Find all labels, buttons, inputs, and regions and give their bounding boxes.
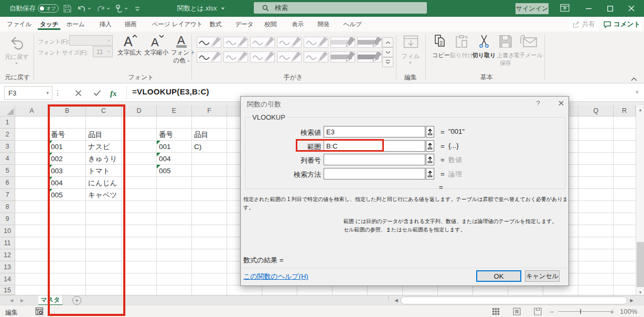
column-header-A[interactable]: A [15, 105, 49, 116]
field-input[interactable]: B:C [324, 140, 425, 152]
row-header-1[interactable]: 1 [0, 117, 15, 129]
autosave-toggle[interactable]: オフ [38, 4, 59, 13]
pen-style-pen-r2c2[interactable] [223, 51, 248, 62]
vertical-scroll-thumb[interactable] [637, 242, 644, 287]
font-color-button[interactable]: A フォント の色 ˅ [171, 34, 192, 65]
scroll-up-arrow[interactable]: ▲ [636, 105, 644, 114]
close-button[interactable] [621, 0, 642, 17]
new-sheet-button[interactable]: + [72, 296, 81, 305]
page-break-view-icon[interactable] [534, 308, 542, 315]
minimize-button[interactable] [578, 0, 599, 17]
touch-mode-icon[interactable] [114, 4, 123, 13]
font-name-combo[interactable]: ˅ [69, 35, 113, 46]
cell-F2[interactable]: 品目 [192, 129, 208, 141]
collapse-dialog-icon[interactable] [426, 168, 434, 179]
function-help-link[interactable]: この関数のヘルプ(H) [243, 272, 308, 281]
pen-style-hl-mid-r2c6[interactable] [330, 51, 355, 62]
zoom-slider-knob[interactable] [580, 309, 581, 314]
pen-gallery-up-button[interactable] [382, 37, 393, 47]
sheet-tab-masta[interactable]: マスタ [38, 295, 63, 305]
column-header-E[interactable]: E [157, 105, 192, 116]
tab-ページ レイアウト[interactable]: ページ レイアウト [152, 17, 202, 31]
tab-ヘルプ[interactable]: ヘルプ [344, 17, 362, 31]
cell-C7[interactable]: キャベツ [86, 189, 117, 201]
sheet-nav-left-icon[interactable]: ◀ [6, 295, 17, 305]
macro-record-icon[interactable] [35, 307, 44, 316]
ribbon-display-options-icon[interactable] [560, 4, 571, 13]
tab-校閲[interactable]: 校閲 [265, 17, 277, 31]
cell-E2[interactable]: 番号 [157, 129, 173, 141]
column-header-C[interactable]: C [86, 105, 122, 116]
undo-big-icon[interactable] [9, 36, 25, 53]
pen-style-pen-r2c4[interactable] [277, 51, 302, 62]
normal-view-icon[interactable] [492, 308, 500, 315]
row-header-12[interactable]: 12 [0, 249, 15, 261]
pen-gallery-down-button[interactable] [382, 47, 393, 57]
cell-C4[interactable]: きゅうり [86, 153, 117, 165]
cancel-button[interactable]: キャンセル [525, 270, 560, 282]
column-header-D[interactable]: D [122, 105, 157, 116]
zoom-in-icon[interactable]: + [610, 308, 614, 316]
collapse-dialog-icon[interactable] [426, 126, 434, 138]
ok-button[interactable]: OK [476, 270, 521, 282]
collapse-dialog-icon[interactable] [426, 154, 434, 165]
formula-input[interactable]: =VLOOKUP(E3,B:C) [132, 87, 209, 96]
redo-dropdown-chevron[interactable] [106, 7, 110, 10]
sheet-nav-right-icon[interactable]: ▶ [16, 295, 28, 305]
comments-button[interactable]: コメント [603, 18, 641, 30]
cell-C6[interactable]: にんじん [86, 177, 117, 189]
hscroll-left-arrow[interactable]: ◀ [392, 297, 400, 304]
email-button[interactable]: 電子メール [513, 34, 543, 59]
row-header-7[interactable]: 7 [0, 189, 15, 201]
document-title[interactable]: 関数とは.xlsx [177, 0, 225, 17]
cancel-formula-icon[interactable] [70, 86, 86, 100]
cell-C5[interactable]: トマト [86, 165, 110, 177]
pen-style-pen-dark-r2c1[interactable] [197, 51, 221, 62]
grow-font-button[interactable]: A 文字拡大 [117, 34, 142, 57]
field-input[interactable]: E3 [324, 126, 425, 138]
column-header-F[interactable]: F [192, 105, 227, 116]
row-header-10[interactable]: 10 [0, 225, 15, 237]
pen-style-hl-mid-r1c7[interactable] [357, 37, 382, 48]
row-header-5[interactable]: 5 [0, 165, 15, 177]
hscroll-right-arrow[interactable]: ▶ [628, 297, 636, 304]
dialog-help-icon[interactable]: ? [534, 99, 542, 107]
tab-挿入[interactable]: 挿入 [99, 17, 111, 31]
undo-button-chevron[interactable]: ˅ [15, 61, 18, 66]
row-header-8[interactable]: 8 [0, 201, 15, 213]
shrink-font-button[interactable]: A 文字縮小 [144, 34, 168, 57]
zoom-slider-track[interactable] [558, 311, 610, 312]
zoom-out-icon[interactable]: − [550, 308, 554, 316]
tab-開発[interactable]: 開発 [318, 17, 330, 31]
collapse-dialog-icon[interactable] [426, 140, 434, 152]
tab-ファイル[interactable]: ファイル [7, 17, 31, 31]
customize-qat-icon[interactable] [134, 4, 141, 13]
pen-style-pen-r2c3[interactable] [250, 51, 275, 62]
formula-bar-splitter[interactable]: ⋮ [54, 88, 59, 98]
sign-in-button[interactable]: サインイン [516, 3, 549, 14]
row-header-13[interactable]: 13 [0, 261, 15, 273]
save-icon[interactable] [63, 4, 72, 13]
field-input[interactable] [324, 168, 425, 179]
pen-style-pen-dark-r1c1[interactable] [197, 37, 221, 48]
search-box[interactable]: 検索 [254, 2, 427, 14]
field-input[interactable] [324, 154, 425, 165]
column-header-R[interactable]: R [614, 105, 636, 116]
row-header-3[interactable]: 3 [0, 141, 15, 153]
undo-button-label[interactable]: 元に戻す [5, 53, 29, 61]
row-header-2[interactable]: 2 [0, 129, 15, 141]
column-header-B[interactable]: B [49, 105, 86, 116]
redo-icon[interactable] [96, 4, 105, 13]
tab-データ[interactable]: データ [235, 17, 254, 31]
pen-style-hl-dark-r2c7[interactable] [357, 51, 382, 62]
cell-C2[interactable]: 品目 [86, 129, 102, 141]
undo-icon[interactable] [77, 4, 86, 13]
cell-B2[interactable]: 番号 [49, 129, 65, 141]
row-header-9[interactable]: 9 [0, 213, 15, 225]
horizontal-scroll-thumb[interactable] [401, 297, 627, 304]
paste-button[interactable]: 貼り付け [450, 34, 473, 59]
touch-mode-dropdown-chevron[interactable] [124, 7, 128, 10]
page-layout-view-icon[interactable] [513, 308, 521, 315]
share-button[interactable]: 共有 [569, 18, 598, 30]
pen-style-hl-light-r1c6[interactable] [330, 37, 355, 48]
